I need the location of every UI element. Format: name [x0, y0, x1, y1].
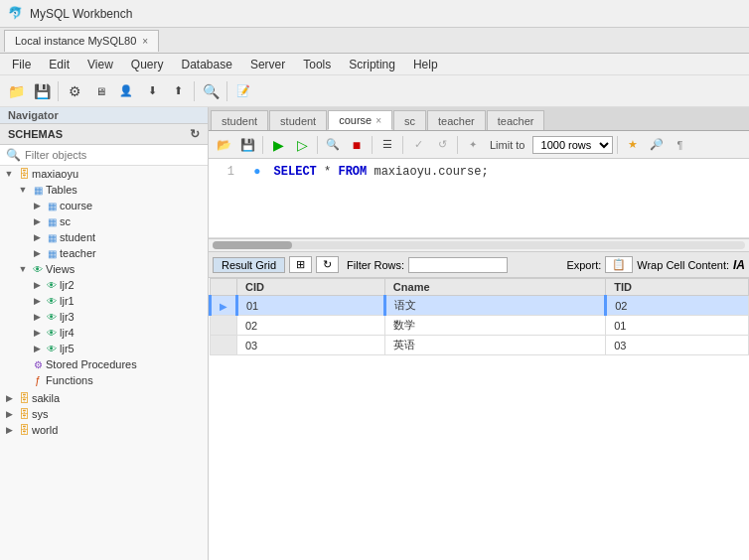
schema-maxiaoyu[interactable]: ▼ 🗄 maxiaoyu [0, 166, 208, 182]
toolbar-open[interactable]: 📁 [4, 79, 28, 103]
schema-name: sakila [32, 392, 60, 404]
table-row[interactable]: 03 英语 03 [211, 336, 749, 355]
toolbar-export[interactable]: ⬆ [166, 79, 190, 103]
save-file-btn[interactable]: 💾 [236, 134, 258, 156]
query-tab-teacher-2[interactable]: teacher [487, 110, 545, 130]
expand-arrow: ▶ [30, 216, 44, 226]
export-btn[interactable]: 📋 [605, 256, 633, 273]
menu-help[interactable]: Help [405, 56, 446, 73]
query-tab-student-1[interactable]: student [211, 110, 268, 130]
bookmark-btn[interactable]: ★ [622, 134, 644, 156]
schema-sakila[interactable]: ▶ 🗄 sakila [0, 390, 208, 406]
invisible-chars-btn[interactable]: ¶ [670, 134, 691, 156]
view-ljr5[interactable]: ▶ 👁 ljr5 [0, 341, 208, 356]
menu-scripting[interactable]: Scripting [341, 56, 403, 73]
expand-arrow: ▶ [30, 248, 44, 258]
cell-tid[interactable]: 01 [606, 316, 749, 336]
views-label: Views [46, 263, 75, 275]
toolbar-import[interactable]: ⬇ [140, 79, 164, 103]
execute-current-btn[interactable]: ▷ [291, 134, 313, 156]
tab-close-icon[interactable]: × [375, 115, 381, 126]
table-course[interactable]: ▶ ▦ course [0, 198, 208, 213]
cell-cname[interactable]: 数学 [384, 316, 605, 336]
schema-name: world [32, 424, 58, 436]
cell-cname[interactable]: 语文 [384, 296, 605, 316]
cell-tid[interactable]: 02 [606, 296, 749, 316]
database-icon: 🗄 [16, 407, 32, 421]
menu-server[interactable]: Server [242, 56, 293, 73]
toolbar-connect[interactable]: ⚙ [63, 79, 86, 103]
col-tid-header[interactable]: TID [606, 279, 749, 296]
menu-file[interactable]: File [4, 56, 39, 73]
view-ljr2[interactable]: ▶ 👁 ljr2 [0, 277, 208, 293]
horizontal-scrollbar[interactable] [209, 238, 749, 252]
menu-edit[interactable]: Edit [41, 56, 77, 73]
rollback-btn[interactable]: ↺ [431, 134, 453, 156]
cell-cid[interactable]: 01 [237, 296, 385, 316]
tab-label: sc [404, 115, 415, 127]
filter-rows-input[interactable] [408, 257, 508, 273]
open-file-btn[interactable]: 📂 [213, 134, 234, 156]
table-row[interactable]: ▶ 01 语文 02 [211, 296, 749, 316]
procedures-icon: ⚙ [30, 357, 46, 371]
schema-sys[interactable]: ▶ 🗄 sys [0, 406, 208, 422]
menu-query[interactable]: Query [123, 56, 172, 73]
query-tab-sc[interactable]: sc [393, 110, 426, 130]
schema-world[interactable]: ▶ 🗄 world [0, 422, 208, 438]
col-cid-header[interactable]: CID [237, 279, 385, 296]
view-ljr1[interactable]: ▶ 👁 ljr1 [0, 293, 208, 309]
stop-btn[interactable]: ■ [346, 134, 368, 156]
tables-folder[interactable]: ▼ ▦ Tables [0, 182, 208, 198]
instance-tab-close[interactable]: × [142, 36, 148, 47]
find-replace-btn[interactable]: 🔎 [646, 134, 668, 156]
scroll-thumb[interactable] [213, 241, 292, 249]
cell-cid[interactable]: 02 [237, 316, 385, 336]
filter-input[interactable] [25, 149, 202, 161]
table-row[interactable]: 02 数学 01 [211, 316, 749, 336]
query-tab-teacher-1[interactable]: teacher [427, 110, 486, 130]
row-indicator: ▶ [211, 296, 237, 316]
menu-view[interactable]: View [79, 56, 121, 73]
toolbar-server-status[interactable]: 🖥 [88, 79, 112, 103]
expand-arrow: ▶ [30, 280, 44, 290]
views-folder[interactable]: ▼ 👁 Views [0, 261, 208, 277]
table-sc[interactable]: ▶ ▦ sc [0, 213, 208, 229]
limit-select[interactable]: 1000 rows 500 rows 200 rows No limit [532, 136, 613, 154]
view-ljr3[interactable]: ▶ 👁 ljr3 [0, 309, 208, 325]
query-tab-course[interactable]: course × [328, 110, 392, 130]
tables-label: Tables [46, 184, 77, 196]
cell-cname[interactable]: 英语 [384, 336, 605, 355]
toolbar-save[interactable]: 💾 [30, 79, 54, 103]
toolbar-extra[interactable]: 📝 [231, 79, 255, 103]
execution-dot: ● [253, 165, 260, 179]
query-tab-student-2[interactable]: student [269, 110, 327, 130]
row-indicator-header [211, 279, 237, 296]
table-student[interactable]: ▶ ▦ student [0, 229, 208, 245]
instance-tab[interactable]: Local instance MySQL80 × [4, 30, 159, 52]
toggle-result-btn[interactable]: ☰ [376, 134, 398, 156]
grid-view-btn[interactable]: ⊞ [289, 256, 312, 273]
toolbar-users[interactable]: 👤 [114, 79, 138, 103]
execute-btn[interactable]: ▶ [267, 134, 289, 156]
sql-editor[interactable]: 1 ● SELECT * FROM maxiaoyu.course; [209, 159, 749, 238]
instance-tab-label: Local instance MySQL80 [15, 35, 136, 47]
cell-tid[interactable]: 03 [606, 336, 749, 355]
schemas-refresh-icon[interactable]: ↻ [190, 127, 200, 141]
table-icon: ▦ [44, 246, 60, 260]
scroll-track [213, 241, 745, 249]
explain-btn[interactable]: 🔍 [322, 134, 344, 156]
menu-tools[interactable]: Tools [295, 56, 339, 73]
beautify-btn[interactable]: ✦ [462, 134, 484, 156]
views-icon: 👁 [30, 262, 46, 276]
refresh-btn[interactable]: ↻ [316, 256, 339, 273]
stored-procedures-folder[interactable]: ▶ ⚙ Stored Procedures [0, 356, 208, 372]
col-cname-header[interactable]: Cname [384, 279, 605, 296]
functions-folder[interactable]: ▶ ƒ Functions [0, 372, 208, 388]
table-teacher[interactable]: ▶ ▦ teacher [0, 245, 208, 261]
cell-cid[interactable]: 03 [237, 336, 385, 355]
commit-btn[interactable]: ✓ [407, 134, 429, 156]
menu-database[interactable]: Database [174, 56, 240, 73]
result-grid-btn[interactable]: Result Grid [213, 257, 285, 273]
view-ljr4[interactable]: ▶ 👁 ljr4 [0, 325, 208, 341]
toolbar-search[interactable]: 🔍 [199, 79, 223, 103]
